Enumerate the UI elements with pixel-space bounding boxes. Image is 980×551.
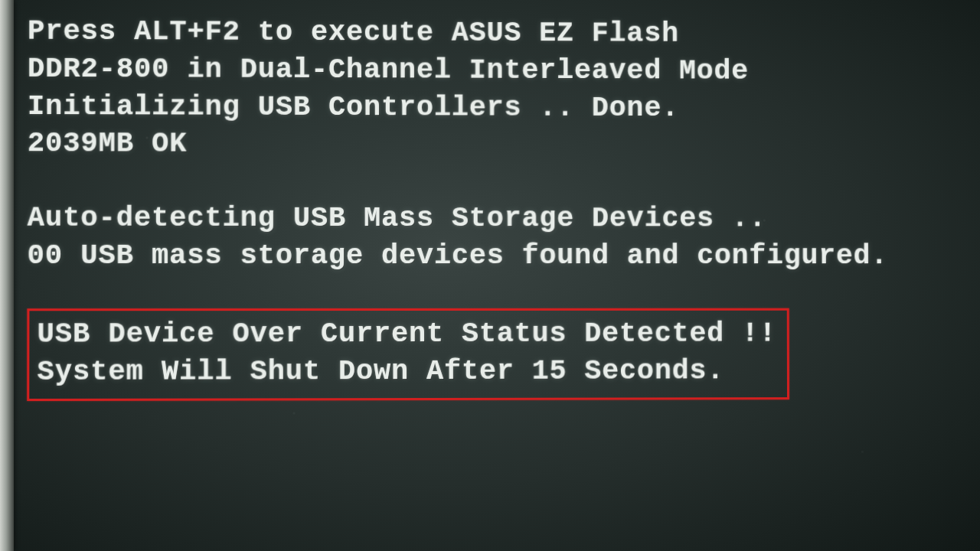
bios-error-line-2: System Will Shut Down After 15 Seconds. [37,352,776,390]
bios-line-memory-mode: DDR2-800 in Dual-Channel Interleaved Mod… [28,51,974,91]
bios-error-line-1: USB Device Over Current Status Detected … [37,315,776,354]
error-highlight-box: USB Device Over Current Status Detected … [27,308,789,401]
bios-line-usb-init: Initializing USB Controllers .. Done. [28,88,974,128]
bios-line-ezflash: Press ALT+F2 to execute ASUS EZ Flash [28,13,974,54]
bios-line-usb-detect: Auto-detecting USB Mass Storage Devices … [28,200,975,238]
bios-line-mem-check: 2039MB OK [28,126,975,165]
blank-line [28,163,975,201]
bios-line-usb-found: 00 USB mass storage devices found and co… [27,237,974,275]
bios-post-screen: Press ALT+F2 to execute ASUS EZ Flash DD… [0,0,975,551]
blank-line [27,275,975,307]
